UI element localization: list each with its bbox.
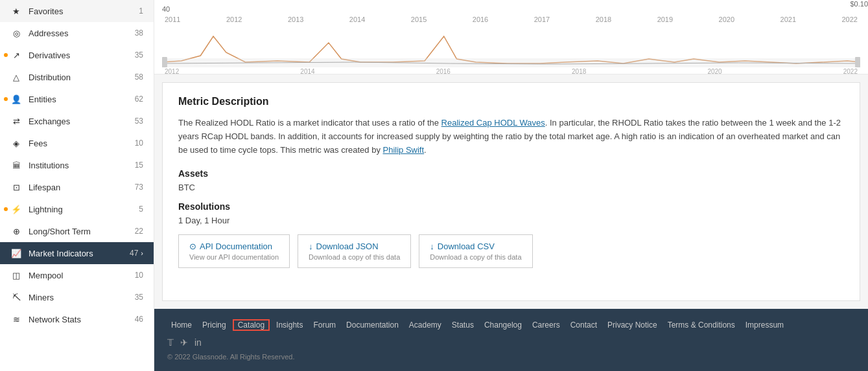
entities-icon: 👤 — [10, 93, 22, 105]
exchanges-icon: ⇄ — [10, 115, 22, 127]
sidebar-item-addresses[interactable]: ◎Addresses38 — [0, 22, 154, 44]
sidebar-count-favorites: 1 — [139, 6, 143, 16]
footer-link-changelog[interactable]: Changelog — [480, 320, 526, 330]
mini-year-2020: 2020 — [707, 68, 721, 75]
metric-link-philip[interactable]: Philip Swift — [383, 145, 425, 155]
chart-year-2016: 2016 — [473, 16, 488, 23]
sidebar-label-lifespan: Lifespan — [29, 183, 132, 192]
svg-rect-1 — [162, 57, 167, 67]
footer-link-impressum[interactable]: Impressum — [742, 320, 788, 330]
sidebar-label-derivatives: Derivatives — [29, 51, 132, 60]
sidebar-count-institutions: 15 — [135, 161, 143, 170]
mini-year-2012: 2012 — [165, 68, 179, 75]
footer-link-catalog[interactable]: Catalog — [233, 319, 270, 331]
twitter-icon[interactable]: 𝕋 — [167, 337, 174, 348]
mini-year-2016: 2016 — [436, 68, 451, 75]
footer-copyright: © 2022 Glassnode. All Rights Reserved. — [167, 353, 855, 361]
telegram-icon[interactable]: ✈ — [180, 337, 188, 348]
network-stats-icon: ≋ — [10, 313, 22, 325]
action-buttons: ⊙API DocumentationView our API documenta… — [178, 234, 844, 268]
metric-link-hodl[interactable]: Realized Cap HODL Waves — [441, 118, 545, 128]
sidebar: ★Favorites1◎Addresses38↗Derivatives35△Di… — [0, 0, 154, 371]
sidebar-label-lightning: Lightning — [29, 205, 136, 214]
sidebar-label-entities: Entities — [29, 95, 132, 104]
fees-icon: ◈ — [10, 137, 22, 149]
chart-year-2021: 2021 — [780, 16, 796, 23]
api-doc-subtitle: View our API documentation — [189, 253, 279, 261]
footer-link-documentation[interactable]: Documentation — [342, 320, 403, 330]
sidebar-item-market-indicators[interactable]: 📈Market Indicators47› — [0, 242, 154, 264]
mini-year-2022: 2022 — [843, 68, 858, 75]
sidebar-item-network-stats[interactable]: ≋Network Stats46 — [0, 308, 154, 330]
sidebar-count-entities: 62 — [135, 95, 143, 104]
download-csv-title: ↓Download CSV — [430, 242, 495, 251]
chart-year-2020: 2020 — [719, 16, 734, 23]
mini-year-2014: 2014 — [300, 68, 314, 75]
sidebar-item-exchanges[interactable]: ⇄Exchanges53 — [0, 110, 154, 132]
sidebar-item-fees[interactable]: ◈Fees10 — [0, 132, 154, 154]
chart-year-2018: 2018 — [596, 16, 611, 23]
footer-links: HomePricingCatalogInsightsForumDocumenta… — [167, 319, 855, 331]
sidebar-item-lightning[interactable]: ⚡Lightning5 — [0, 198, 154, 220]
download-json-label: Download JSON — [316, 242, 379, 251]
sidebar-count-mempool: 10 — [135, 271, 143, 280]
download-csv-label: Download CSV — [438, 242, 495, 251]
chart-year-2012: 2012 — [226, 16, 242, 23]
chart-year-2014: 2014 — [349, 16, 365, 23]
footer-link-careers[interactable]: Careers — [528, 320, 564, 330]
sidebar-item-miners[interactable]: ⛏Miners35 — [0, 286, 154, 308]
linkedin-icon[interactable]: in — [194, 337, 202, 348]
sidebar-count-derivatives: 35 — [135, 51, 143, 60]
sidebar-item-longshort[interactable]: ⊕Long/Short Term22 — [0, 220, 154, 242]
download-json-icon: ↓ — [309, 242, 313, 251]
market-indicators-icon: 📈 — [10, 247, 22, 259]
metric-title: Metric Description — [178, 96, 844, 107]
sidebar-label-favorites: Favorites — [29, 6, 136, 16]
download-csv-icon: ↓ — [430, 242, 434, 251]
sidebar-label-longshort: Long/Short Term — [29, 227, 132, 236]
api-doc-title: ⊙API Documentation — [189, 242, 272, 251]
footer-link-insights[interactable]: Insights — [272, 320, 307, 330]
sidebar-count-miners: 35 — [135, 293, 143, 302]
chart-year-2022: 2022 — [841, 16, 857, 23]
download-json-button[interactable]: ↓Download JSONDownload a copy of this da… — [298, 234, 411, 268]
footer-link-forum[interactable]: Forum — [309, 320, 340, 330]
sidebar-label-market-indicators: Market Indicators — [29, 249, 127, 258]
sidebar-item-institutions[interactable]: 🏛Institutions15 — [0, 154, 154, 176]
sidebar-count-lightning: 5 — [139, 205, 143, 214]
sidebar-count-market-indicators: 47 — [130, 249, 138, 258]
footer-link-terms---conditions[interactable]: Terms & Conditions — [664, 320, 739, 330]
chart-year-2015: 2015 — [411, 16, 427, 23]
sidebar-count-longshort: 22 — [135, 227, 143, 236]
api-doc-button[interactable]: ⊙API DocumentationView our API documenta… — [178, 234, 290, 268]
sidebar-count-exchanges: 53 — [135, 117, 143, 126]
footer-link-pricing[interactable]: Pricing — [198, 320, 230, 330]
sidebar-item-distribution[interactable]: △Distribution58 — [0, 66, 154, 88]
sidebar-label-distribution: Distribution — [29, 73, 132, 82]
sidebar-item-favorites[interactable]: ★Favorites1 — [0, 0, 154, 22]
footer-link-home[interactable]: Home — [167, 320, 196, 330]
download-csv-button[interactable]: ↓Download CSVDownload a copy of this dat… — [419, 234, 532, 268]
sidebar-item-mempool[interactable]: ◫Mempool10 — [0, 264, 154, 286]
derivatives-icon: ↗ — [10, 49, 22, 61]
footer-link-academy[interactable]: Academy — [405, 320, 445, 330]
footer-social: 𝕋✈in — [167, 337, 855, 348]
sidebar-item-derivatives[interactable]: ↗Derivatives35 — [0, 44, 154, 66]
footer-link-status[interactable]: Status — [448, 320, 478, 330]
footer-link-contact[interactable]: Contact — [567, 320, 601, 330]
metric-desc-text3: . — [424, 145, 427, 155]
indicator-dot — [4, 207, 8, 211]
chart-area: 40 $0.10 2011201220132014201520162017201… — [154, 0, 868, 74]
sidebar-label-mempool: Mempool — [29, 271, 132, 280]
sidebar-item-entities[interactable]: 👤Entities62 — [0, 88, 154, 110]
institutions-icon: 🏛 — [10, 159, 22, 171]
download-json-title: ↓Download JSON — [309, 242, 379, 251]
sidebar-item-lifespan[interactable]: ⊡Lifespan73 — [0, 176, 154, 198]
footer: HomePricingCatalogInsightsForumDocumenta… — [154, 309, 868, 371]
assets-label: Assets — [178, 168, 844, 179]
chart-year-2011: 2011 — [165, 16, 180, 23]
footer-link-privacy-notice[interactable]: Privacy Notice — [604, 320, 661, 330]
chart-right-label: $0.10 — [850, 0, 868, 8]
chart-year-2013: 2013 — [288, 16, 303, 23]
sidebar-label-exchanges: Exchanges — [29, 117, 132, 126]
